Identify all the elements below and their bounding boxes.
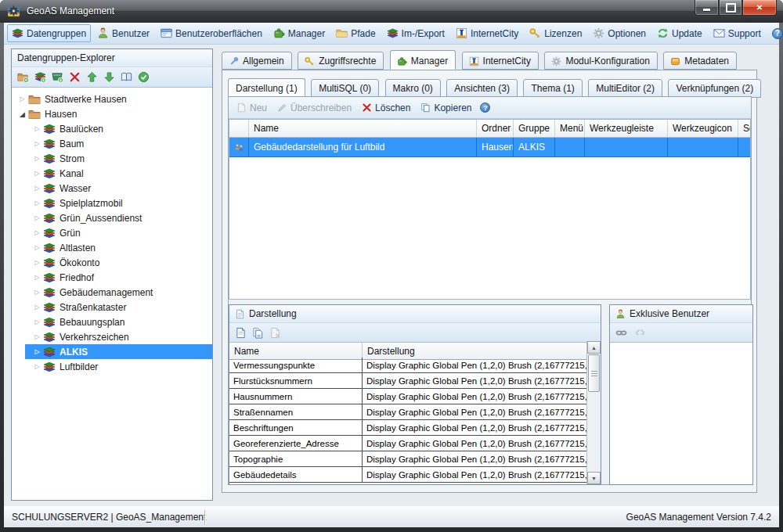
detail-row[interactable]: GebäudedetailsDisplay Graphic Global Pen… [229,467,587,483]
move-up-icon[interactable] [86,71,98,83]
expand-arrow-icon[interactable]: ▷ [31,185,43,192]
toolbar-item-lizenzen[interactable]: Lizenzen [525,24,586,42]
new-doc-icon[interactable] [235,327,247,339]
tree-item-strom[interactable]: ▷Strom [12,151,212,166]
subtab-ansichten[interactable]: Ansichten (3) [446,79,518,98]
expand-arrow-icon[interactable]: ▷ [31,304,43,311]
toolbar-item-im-export[interactable]: Im-/Export [382,24,449,42]
expand-arrow-icon[interactable]: ▷ [31,348,43,355]
tree-item-stadtwerke-hausen[interactable]: ▷Stadtwerke Hausen [12,92,212,106]
subtab-makro[interactable]: Makro (0) [385,79,441,98]
expand-arrow-icon[interactable]: ▷ [31,333,43,340]
expand-arrow-icon[interactable]: ▷ [31,363,43,370]
grid-header-werkzeugleiste[interactable]: Werkzeugleiste [585,120,668,137]
toolbar-item-support[interactable]: Support [709,24,766,42]
tab-internetcity[interactable]: InternetCity [462,52,539,70]
maximize-button[interactable] [719,0,742,16]
expand-arrow-icon[interactable]: ▷ [31,229,43,236]
tab-metadaten[interactable]: Metadaten [663,52,737,70]
expand-arrow-icon[interactable]: ▷ [31,155,43,162]
ueberschreiben-button[interactable]: Überschreiben [273,101,355,115]
grid-header-werkzeugicon[interactable]: Werkzeugicon [668,120,738,137]
expand-arrow-icon[interactable]: ▷ [31,244,43,251]
book-icon[interactable] [121,71,132,83]
tree-item-luftbilder[interactable]: ▷Luftbilder [12,359,212,374]
tree-item-spielplatzmobil[interactable]: ▷Spielplatzmobil [12,196,212,210]
tree-item-verkehrszeichen[interactable]: ▷Verkehrszeichen [12,329,212,344]
tree-item-gebaeudemanagement[interactable]: ▷Gebäudemanagement [12,285,212,300]
grid-header-gruppe[interactable]: Gruppe [514,120,555,137]
expand-arrow-icon[interactable]: ▷ [31,289,43,296]
detail-row[interactable]: TopographieDisplay Graphic Global Pen (1… [229,451,587,467]
grid-header-name[interactable]: Name [249,120,477,137]
subtab-multisql[interactable]: MultiSQL (0) [311,79,379,98]
toolbar-item-hilfe[interactable]: ? Hilfe [767,25,783,42]
toolbar-item-datengruppen[interactable]: Datengruppen [7,24,91,42]
subtab-multieditor[interactable]: MultiEditor (2) [588,79,662,98]
delete-icon[interactable] [69,71,81,83]
tree-item-alkis-selected[interactable]: ▷ALKIS [25,344,212,359]
add-folder-icon[interactable] [17,71,29,83]
expand-arrow-icon[interactable]: ▷ [31,140,43,147]
tree-item-oekokonto[interactable]: ▷Ökokonto [12,255,212,270]
toolbar-item-internetcity[interactable]: InternetCity [451,24,523,42]
detail-row[interactable]: StraßennamenDisplay Graphic Global Pen (… [229,404,587,420]
collapse-arrow-icon[interactable]: ◢ [16,110,28,118]
help-icon[interactable]: ? [480,102,490,113]
toolbar-item-pfade[interactable]: Pfade [331,24,380,42]
expand-arrow-icon[interactable]: ▷ [31,274,43,281]
titlebar[interactable]: GeoAS Management ✕ [0,0,783,23]
grid-header-ordner[interactable]: Ordner [477,120,514,137]
scroll-up-button[interactable]: ▲ [587,341,601,354]
subtab-verknuepfungen[interactable]: Verknüpfungen (2) [668,79,761,98]
unlink-icon[interactable] [634,327,646,339]
tree-item-wasser[interactable]: ▷Wasser [12,181,212,196]
detail-row[interactable]: VermessungspunkteDisplay Graphic Global … [229,358,587,373]
expand-arrow-icon[interactable]: ▷ [31,259,43,266]
expand-arrow-icon[interactable]: ▷ [16,95,28,102]
subtab-thema[interactable]: Thema (1) [523,79,582,98]
copy-doc-icon[interactable] [252,327,264,339]
tree-item-gruen-aussendienst[interactable]: ▷Grün_Aussendienst [12,210,212,225]
grid-header-sort[interactable]: Sort [738,120,750,137]
tab-zugriffsrechte[interactable]: Zugriffsrechte [298,52,384,70]
tab-allgemein[interactable]: Allgemein [222,52,292,70]
tree-item-bauluecken[interactable]: ▷Baulücken [12,121,212,136]
toolbar-item-optionen[interactable]: Optionen [588,24,651,42]
vertical-scrollbar[interactable]: ▲ ▼ [586,341,601,484]
add-layers-icon[interactable] [34,71,46,83]
expand-arrow-icon[interactable]: ▷ [31,125,43,132]
tab-modul-konfiguration[interactable]: Modul-Konfiguration [544,52,657,70]
expand-arrow-icon[interactable]: ▷ [31,200,43,207]
close-button[interactable]: ✕ [742,0,777,16]
tree-item-bebauungsplan[interactable]: ▷Bebauungsplan [12,315,212,329]
expand-arrow-icon[interactable]: ▷ [31,214,43,221]
tree-item-altlasten[interactable]: ▷Altlasten [12,240,212,255]
expand-arrow-icon[interactable]: ▷ [31,318,43,325]
kopieren-button[interactable]: Kopieren [417,101,475,115]
tree-item-strassenkataster[interactable]: ▷Straßenkataster [12,300,212,315]
subtab-darstellung[interactable]: Darstellung (1) [228,78,305,98]
detail-row[interactable]: HausnummernDisplay Graphic Global Pen (1… [229,389,587,404]
expand-arrow-icon[interactable]: ▷ [31,170,43,177]
minimize-button[interactable] [695,0,719,16]
detail-row[interactable]: Georeferenzierte_AdresseDisplay Graphic … [229,436,587,451]
delete-doc-icon[interactable] [269,327,281,339]
link-icon[interactable] [615,327,627,339]
scroll-down-button[interactable]: ▼ [587,472,601,484]
toolbar-item-manager[interactable]: Manager [269,24,330,42]
detail-header-name[interactable]: Name [229,343,363,359]
tree-item-kanal[interactable]: ▷Kanal [12,166,212,181]
toolbar-item-update[interactable]: Update [652,24,707,42]
tree-item-friedhof[interactable]: ▷Friedhof [12,270,212,285]
check-icon[interactable] [138,71,150,83]
move-down-icon[interactable] [103,71,115,83]
add-board-icon[interactable] [52,71,63,83]
grid-header-menue[interactable]: Menü [555,120,585,137]
toolbar-item-benutzeroberflaechen[interactable]: Benutzeroberflächen [156,24,267,42]
grid-row-selected[interactable]: Gebäudedarstellung für Luftbild Hausen A… [229,138,750,157]
scrollbar-thumb[interactable] [588,354,600,392]
tab-manager-active[interactable]: Manager [390,50,456,70]
loeschen-button[interactable]: Löschen [358,101,414,115]
tree-item-baum[interactable]: ▷Baum [12,136,212,151]
